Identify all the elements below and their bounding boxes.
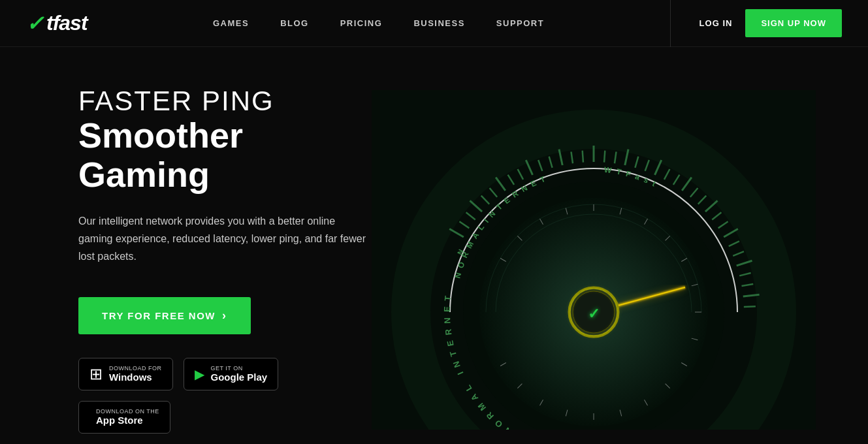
app-store-small: Download on the	[96, 408, 159, 415]
nav-business[interactable]: BUSINESS	[413, 18, 464, 28]
nav-pricing[interactable]: PRICING	[340, 18, 383, 28]
login-button[interactable]: LOG IN	[686, 18, 746, 28]
windows-badge[interactable]: ⊞ Download for Windows	[78, 358, 173, 390]
windows-badge-small: Download for	[109, 365, 162, 372]
app-store-badge[interactable]: Download on the App Store	[78, 401, 170, 434]
header-divider	[670, 0, 671, 47]
svg-line-16	[583, 150, 583, 162]
svg-line-40	[744, 317, 760, 318]
svg-text:✓: ✓	[588, 306, 600, 322]
hero-subtitle: FASTER PING	[78, 86, 372, 116]
windows-badge-large: Windows	[109, 372, 162, 383]
nav-support[interactable]: SUPPORT	[496, 18, 544, 28]
hero-description: Our intelligent network provides you wit…	[78, 212, 372, 266]
svg-line-39	[744, 306, 756, 307]
svg-line-18	[604, 150, 605, 162]
app-store-large: App Store	[96, 415, 159, 426]
logo-text: tfast	[46, 11, 88, 35]
try-free-button[interactable]: TRY FOR FREE NOW ›	[78, 297, 251, 334]
hero-title: Smoother Gaming	[78, 116, 372, 194]
google-play-large: Google Play	[211, 372, 268, 383]
google-play-badge-text: GET IT ON Google Play	[211, 365, 268, 383]
logo-check: ✓	[26, 11, 44, 36]
signup-button[interactable]: SIGN UP NOW	[745, 9, 842, 37]
try-free-label: TRY FOR FREE NOW	[102, 310, 216, 321]
main-nav: GAMES BLOG PRICING BUSINESS SUPPORT	[88, 18, 670, 28]
google-play-small: GET IT ON	[211, 365, 268, 372]
nav-blog[interactable]: BLOG	[280, 18, 309, 28]
google-play-badge[interactable]: ▶ GET IT ON Google Play	[184, 358, 279, 390]
speedometer-svg: NORMAL INTERNET N N O R M A L I N T E R …	[372, 90, 816, 430]
hero-content: FASTER PING Smoother Gaming Our intellig…	[78, 86, 372, 434]
hero-section: FASTER PING Smoother Gaming Our intellig…	[0, 47, 868, 444]
google-play-icon: ▶	[195, 366, 204, 382]
app-store-badge-text: Download on the App Store	[96, 408, 159, 426]
windows-badge-text: Download for Windows	[109, 365, 162, 383]
store-badges: ⊞ Download for Windows ▶ GET IT ON Googl…	[78, 358, 372, 434]
nav-games[interactable]: GAMES	[213, 18, 249, 28]
arrow-icon: ›	[222, 309, 227, 323]
windows-icon: ⊞	[89, 365, 103, 383]
header: ✓ tfast GAMES BLOG PRICING BUSINESS SUPP…	[0, 0, 868, 47]
speedometer: NORMAL INTERNET N N O R M A L I N T E R …	[372, 90, 816, 430]
header-actions: LOG IN SIGN UP NOW	[670, 0, 842, 47]
logo[interactable]: ✓ tfast	[26, 11, 88, 36]
